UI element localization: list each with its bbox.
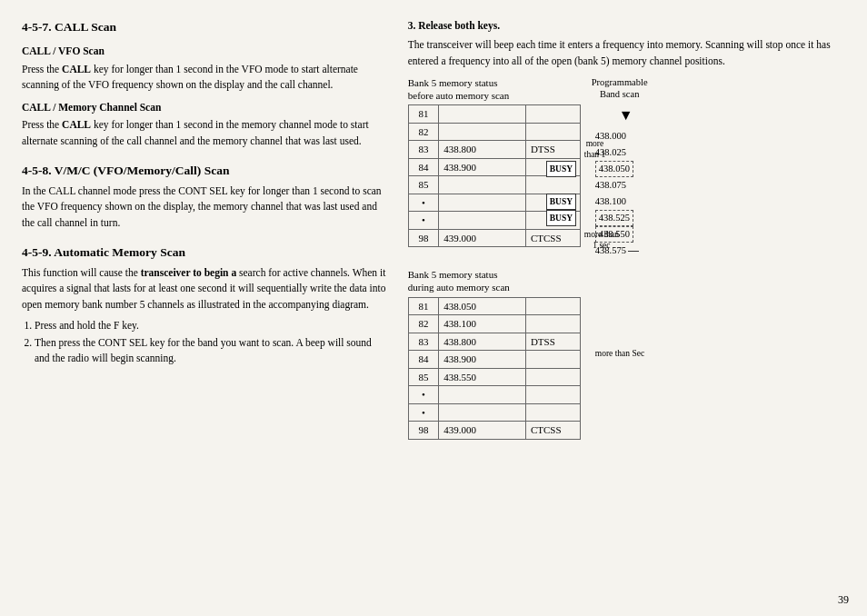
during-scan-area: Bank 5 memory statusduring auto memory s… — [408, 268, 845, 440]
more-than-1-label: morethan 1 — [584, 138, 605, 161]
before-scan-title: Bank 5 memory statusbefore auto memory s… — [408, 76, 581, 103]
table-row: 85438.550 — [408, 368, 580, 386]
during-scan-section: Bank 5 memory statusduring auto memory s… — [408, 268, 581, 440]
busy-badge-1: BUSY — [546, 161, 576, 177]
step-2: Then press the CONT SEL key for the band… — [35, 335, 386, 367]
freq-item: 438.075 — [592, 177, 639, 194]
during-scan-table: 81438.050 82438.100 83438.800DTSS 84438.… — [408, 297, 581, 440]
step-list: Press and hold the F key. Then press the… — [22, 318, 386, 367]
more-than-1sec-label-2: more than1 sec — [584, 229, 619, 252]
right-column: 3. Release both keys. The transceiver wi… — [401, 18, 845, 598]
freq-item: BUSY 438.100 — [592, 194, 639, 210]
section-459-title: 4-5-9. Automatic Memory Scan — [22, 243, 386, 262]
freq-item: BUSY 438.050 — [592, 161, 639, 177]
more-than-sec-label: more than Sec — [595, 348, 644, 360]
page: 4-5-7. CALL Scan CALL / VFO Scan Press t… — [0, 0, 867, 616]
step-3-label: 3. Release both keys. — [408, 18, 845, 34]
table-row: 81 — [408, 105, 580, 124]
section-459-body: This function will cause the transceiver… — [22, 265, 386, 313]
table-row: 83438.800DTSS — [408, 141, 580, 159]
right-intro-text: The transceiver will beep each time it e… — [408, 37, 845, 69]
subsec-call-vfo-body: Press the CALL key for longer than 1 sec… — [22, 62, 386, 94]
freq-item: BUSY 438.525 — [592, 210, 639, 226]
table-row: 82 — [408, 123, 580, 141]
busy-badge-3: BUSY — [546, 210, 576, 226]
table-row: 81438.050 — [408, 297, 580, 315]
table-row: 83438.800DTSS — [408, 333, 580, 351]
left-column: 4-5-7. CALL Scan CALL / VFO Scan Press t… — [22, 18, 401, 598]
table-row: 98439.000CTCSS — [408, 229, 580, 247]
band-scan-label: ProgrammableBand scan — [592, 76, 648, 101]
table-row: • — [408, 403, 580, 422]
section-458-title: 4-5-8. V/M/C (VFO/Memory/Call) Scan — [22, 162, 386, 180]
table-row: 84438.900 — [408, 351, 580, 369]
step-1: Press and hold the F key. — [35, 318, 386, 333]
page-number: 39 — [838, 593, 849, 607]
subsec-call-vfo-title: CALL / VFO Scan — [22, 44, 386, 59]
busy-badge-2: BUSY — [546, 194, 576, 210]
table-row: 85 — [408, 176, 580, 194]
during-scan-title: Bank 5 memory statusduring auto memory s… — [408, 268, 581, 294]
section-457-title: 4-5-7. CALL Scan — [22, 18, 386, 36]
table-row: • — [408, 386, 580, 404]
section-458-body: In the CALL channel mode press the CONT … — [22, 184, 386, 231]
table-row: 98439.000CTCSS — [408, 422, 580, 440]
down-arrow-icon: ▼ — [619, 104, 633, 126]
subsec-call-mem-body: Press the CALL key for longer than 1 sec… — [22, 117, 386, 149]
table-row: 82438.100 — [408, 315, 580, 333]
subsec-call-mem-title: CALL / Memory Channel Scan — [22, 100, 386, 115]
